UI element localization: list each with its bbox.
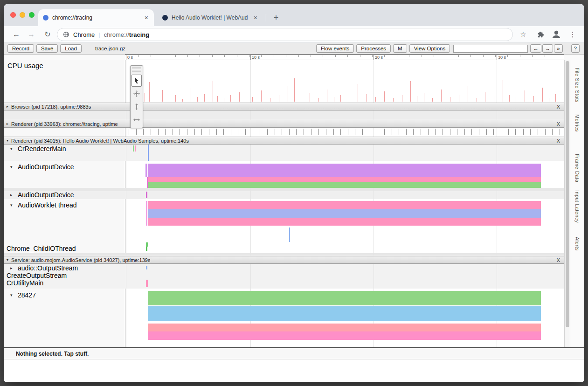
slice-tick[interactable] bbox=[515, 129, 516, 135]
trace-slice[interactable] bbox=[146, 201, 147, 226]
trace-slice[interactable] bbox=[148, 177, 541, 182]
trace-slice[interactable] bbox=[148, 201, 541, 209]
tab-tracing[interactable]: chrome://tracing × bbox=[38, 9, 154, 26]
slice-tick[interactable] bbox=[151, 129, 151, 135]
thread-label[interactable]: ▸AudioOutputDevice bbox=[10, 191, 74, 199]
trace-slice[interactable] bbox=[146, 192, 147, 198]
trace-slice[interactable] bbox=[146, 266, 147, 269]
slice-tick[interactable] bbox=[486, 129, 487, 135]
save-button[interactable]: Save bbox=[36, 44, 58, 53]
thread-label[interactable]: ▾28427 bbox=[10, 291, 36, 299]
zoom-tool-button[interactable] bbox=[131, 101, 142, 113]
slice-tick[interactable] bbox=[545, 129, 546, 135]
trace-slice[interactable] bbox=[135, 145, 136, 152]
slice-tick[interactable] bbox=[377, 129, 377, 135]
thread-label[interactable]: ▾CrRendererMain bbox=[10, 145, 66, 152]
close-track-button[interactable]: X bbox=[555, 104, 561, 110]
thread-label[interactable]: ▾AudioWorklet thread bbox=[10, 201, 77, 209]
trace-slice[interactable] bbox=[148, 331, 541, 340]
thread-label[interactable]: CPU usage bbox=[7, 62, 43, 69]
thread-label[interactable]: ▸audio::OutputStream bbox=[10, 264, 78, 272]
slice-tick[interactable] bbox=[275, 129, 275, 135]
slice-tick[interactable] bbox=[223, 129, 224, 135]
slice-tick[interactable] bbox=[289, 129, 290, 135]
close-window-button[interactable] bbox=[10, 12, 16, 18]
slice-tick[interactable] bbox=[238, 129, 238, 135]
slice-tick[interactable] bbox=[552, 129, 553, 135]
slice-tick[interactable] bbox=[158, 129, 159, 135]
slice-tick[interactable] bbox=[538, 129, 538, 135]
tab-webaudio[interactable]: Hello Audio Worklet! | WebAud × bbox=[158, 9, 263, 26]
timing-tool-button[interactable] bbox=[131, 114, 142, 126]
slice-tick[interactable] bbox=[479, 129, 479, 135]
flow-events-button[interactable]: Flow events bbox=[316, 44, 354, 53]
close-tab-icon[interactable]: × bbox=[144, 14, 149, 21]
slice-tick[interactable] bbox=[194, 129, 195, 135]
slice-tick[interactable] bbox=[296, 129, 297, 135]
more-button[interactable]: » bbox=[554, 44, 562, 53]
slice-tick[interactable] bbox=[282, 129, 282, 135]
slice-tick[interactable] bbox=[530, 129, 531, 135]
find-next-button[interactable]: → bbox=[542, 44, 553, 53]
metrics-button[interactable]: M bbox=[393, 44, 407, 53]
slice-tick[interactable] bbox=[201, 129, 202, 135]
close-track-button[interactable]: X bbox=[555, 121, 561, 127]
slice-tick[interactable] bbox=[348, 129, 348, 135]
slice-tick[interactable] bbox=[326, 129, 326, 135]
close-track-button[interactable]: X bbox=[555, 257, 561, 263]
help-button[interactable]: ? bbox=[571, 44, 580, 53]
omnibox[interactable]: Chrome | chrome://tracing bbox=[57, 28, 513, 41]
slice-tick[interactable] bbox=[362, 129, 363, 135]
slice-tick[interactable] bbox=[421, 129, 421, 135]
forward-button[interactable]: → bbox=[26, 29, 37, 40]
slice-tick[interactable] bbox=[318, 129, 319, 135]
reload-button[interactable]: ↻ bbox=[42, 29, 53, 40]
slice-tick[interactable] bbox=[136, 129, 137, 135]
pan-tool-button[interactable] bbox=[131, 88, 142, 100]
slice-tick[interactable] bbox=[457, 129, 457, 135]
thread-label[interactable]: Chrome_ChildIOThread bbox=[7, 245, 76, 252]
slice-tick[interactable] bbox=[560, 129, 560, 135]
slice-tick[interactable] bbox=[435, 129, 436, 135]
trace-slice[interactable] bbox=[146, 280, 148, 287]
zoom-window-button[interactable] bbox=[29, 12, 35, 18]
trace-slice[interactable] bbox=[148, 209, 541, 218]
profile-icon[interactable] bbox=[551, 29, 561, 40]
load-button[interactable]: Load bbox=[60, 44, 82, 53]
back-button[interactable]: ← bbox=[11, 29, 22, 40]
slice-tick[interactable] bbox=[187, 129, 187, 135]
slice-tick[interactable] bbox=[267, 129, 268, 135]
slice-tick[interactable] bbox=[355, 129, 355, 135]
slice-tick[interactable] bbox=[129, 129, 129, 135]
slice-tick[interactable] bbox=[392, 129, 392, 135]
trace-slice[interactable] bbox=[133, 145, 134, 152]
slice-tick[interactable] bbox=[311, 129, 311, 135]
close-track-button[interactable]: X bbox=[555, 138, 561, 144]
rail-tab-metrics[interactable]: Metrics bbox=[574, 114, 580, 132]
process-header[interactable]: ▸Renderer (pid 33963): chrome://tracing,… bbox=[4, 120, 564, 128]
find-input[interactable] bbox=[453, 45, 528, 53]
trace-slice[interactable] bbox=[148, 145, 149, 161]
process-header[interactable]: ▸Browser (pid 17218), uptime:9883sX bbox=[4, 103, 564, 110]
bookmark-star-icon[interactable]: ☆ bbox=[518, 29, 529, 40]
slice-tick[interactable] bbox=[406, 129, 407, 135]
rail-tab-alerts[interactable]: Alerts bbox=[574, 237, 580, 251]
slice-tick[interactable] bbox=[245, 129, 246, 135]
find-prev-button[interactable]: ← bbox=[530, 44, 541, 53]
slice-tick[interactable] bbox=[523, 129, 524, 135]
slice-tick[interactable] bbox=[450, 129, 450, 135]
trace-slice[interactable] bbox=[148, 218, 541, 226]
trace-slice[interactable] bbox=[148, 182, 541, 188]
slice-tick[interactable] bbox=[384, 129, 385, 135]
trace-slice[interactable] bbox=[148, 306, 541, 321]
slice-tick[interactable] bbox=[260, 129, 260, 135]
thread-label[interactable]: ▾AudioOutputDevice bbox=[10, 163, 74, 171]
trace-slice[interactable] bbox=[146, 247, 147, 251]
process-header[interactable]: ▾Service: audio.mojom.AudioService (pid … bbox=[4, 256, 564, 264]
slice-tick[interactable] bbox=[180, 129, 180, 135]
trace-slice[interactable] bbox=[146, 242, 148, 247]
trace-slice[interactable] bbox=[148, 164, 541, 177]
scrollbar-thumb[interactable] bbox=[566, 61, 569, 327]
slice-tick[interactable] bbox=[399, 129, 399, 135]
new-tab-button[interactable]: + bbox=[270, 12, 282, 23]
